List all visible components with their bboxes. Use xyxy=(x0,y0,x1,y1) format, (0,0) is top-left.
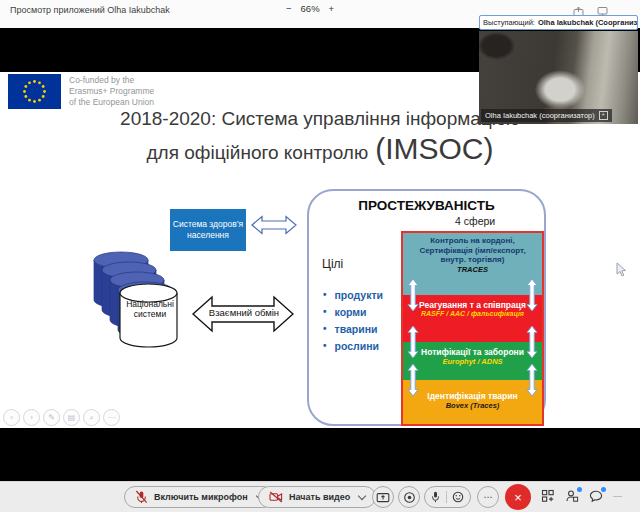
layer-border-control: Контроль на кордоні, Сертифікація (імп/е… xyxy=(403,233,542,295)
chevron-down-icon[interactable] xyxy=(358,491,366,499)
slide-nav-controls: ‹ › ✎ ▤ ⌕ ⋯ xyxy=(3,409,120,426)
presentation-slide: Co-funded by the Erasmus+ Programme of t… xyxy=(0,72,640,428)
speaker-name-tag: Olha Iakubchak (соорганизатор) + xyxy=(481,109,612,122)
layer-animal-identification: Ідентифікація тварин Bovex (Traces) xyxy=(403,380,542,424)
traceability-container: ПРОСТЕЖУВАНІСТЬ 4 сфери Цілі •продукти •… xyxy=(307,189,546,426)
speaker-video-panel[interactable]: Выступающий:Olha Iakubchak (Соорганизат.… xyxy=(479,15,638,124)
goals-label: Цілі xyxy=(322,257,343,271)
flow-arrow xyxy=(526,325,538,359)
goal-item: •рослини xyxy=(323,340,383,352)
pen-tool-button[interactable]: ✎ xyxy=(43,409,60,426)
start-video-button[interactable]: Начать видео xyxy=(258,486,376,508)
flow-arrow xyxy=(407,363,419,397)
zoom-controls: − 66% + xyxy=(286,3,334,14)
window-title: Просмотр приложений Olha Iakubchak xyxy=(10,5,170,15)
notification-dot xyxy=(577,487,582,492)
mic-icon[interactable] xyxy=(431,491,440,503)
exchange-arrow-small xyxy=(251,214,297,236)
imsoc-acronym: (IMSOC) xyxy=(375,132,493,165)
meeting-toolbar: Включить микрофон Начать видео xyxy=(0,481,640,512)
layer-response-cooperation: Реагування т а співпраця RASFF / AAC / ф… xyxy=(403,295,542,342)
next-slide-button[interactable]: › xyxy=(23,409,40,426)
share-screen-icon xyxy=(376,491,390,504)
national-systems-label: Національні системи xyxy=(121,299,179,319)
goal-item: •продукти xyxy=(323,289,383,301)
speaker-name: Olha Iakubchak (Соорганизат.. xyxy=(538,18,638,27)
magnifier-button[interactable]: ⌕ xyxy=(83,409,100,426)
share-screen-button[interactable] xyxy=(372,486,394,508)
slides-overview-button[interactable]: ▤ xyxy=(63,409,80,426)
record-button[interactable] xyxy=(398,486,420,508)
more-options-button[interactable]: ⋯ xyxy=(103,409,120,426)
record-icon xyxy=(403,491,416,504)
speaker-video-feed[interactable]: Olha Iakubchak (соорганизатор) + xyxy=(479,31,638,124)
chat-icon[interactable] xyxy=(589,489,605,505)
mouse-cursor xyxy=(616,262,628,278)
eu-banner-text: Co-funded by the Erasmus+ Programme of t… xyxy=(69,74,154,109)
flow-arrow xyxy=(407,278,419,312)
apps-icon[interactable] xyxy=(541,489,557,505)
speaker-header[interactable]: Выступающий:Olha Iakubchak (Соорганизат.… xyxy=(479,15,638,30)
mic-muted-icon xyxy=(135,490,148,504)
four-spheres-label: 4 сфери xyxy=(455,215,495,227)
imsoc-layers-stack: Контроль на кордоні, Сертифікація (імп/е… xyxy=(401,231,544,426)
audio-reactions-group xyxy=(424,486,471,508)
expand-icon[interactable]: + xyxy=(599,111,608,120)
layer-notifications-bans: Нотифікації та заборони Europhyt / ADNS xyxy=(403,342,542,380)
reactions-icon[interactable] xyxy=(452,491,464,503)
goal-item: •корми xyxy=(323,306,383,318)
camera-off-icon xyxy=(269,491,283,503)
flow-arrow xyxy=(407,325,419,359)
notification-dot xyxy=(601,487,606,492)
participants-icon[interactable] xyxy=(565,489,581,505)
eu-flag xyxy=(8,74,61,109)
unmute-mic-button[interactable]: Включить микрофон xyxy=(124,486,274,508)
goal-item: •тварини xyxy=(323,323,383,335)
zoom-app-window: Просмотр приложений Olha Iakubchak − 66%… xyxy=(0,0,640,512)
traceability-title: ПРОСТЕЖУВАНІСТЬ xyxy=(309,198,544,213)
health-system-box: Система здоров’я населення xyxy=(170,209,246,251)
prev-slide-button[interactable]: ‹ xyxy=(3,409,20,426)
eu-cofunded-banner: Co-funded by the Erasmus+ Programme of t… xyxy=(8,74,154,109)
leave-meeting-button[interactable]: × xyxy=(505,484,531,510)
zoom-in-button[interactable]: + xyxy=(329,3,335,14)
flow-arrow xyxy=(526,363,538,397)
more-button[interactable]: ⋯ xyxy=(477,486,499,508)
zoom-level[interactable]: 66% xyxy=(301,3,320,14)
overflow-dash: — xyxy=(613,491,629,507)
goals-list: •продукти •корми •тварини •рослини xyxy=(323,289,383,357)
zoom-out-button[interactable]: − xyxy=(286,3,292,14)
mutual-exchange-label: Взаємний обмін xyxy=(196,307,292,318)
flow-arrow xyxy=(526,278,538,312)
letterbox-bottom xyxy=(0,428,640,481)
